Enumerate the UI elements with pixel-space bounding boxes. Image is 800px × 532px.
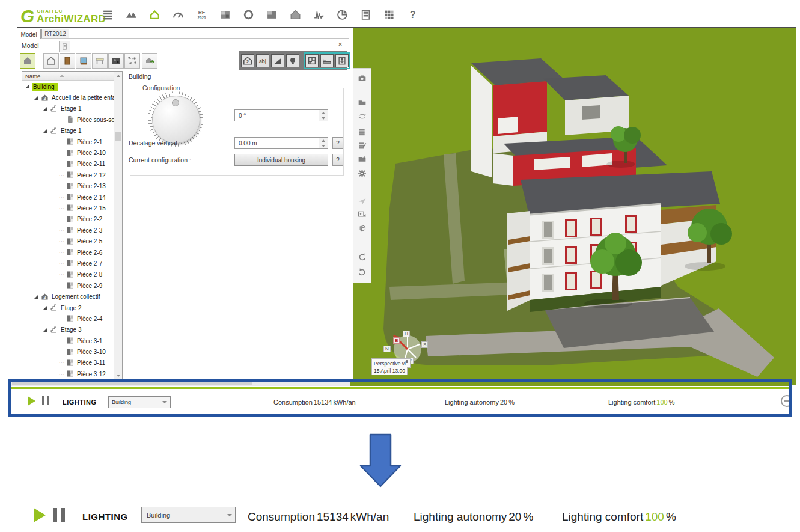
render-icon[interactable] <box>217 7 233 22</box>
tree-item[interactable]: ···Pièce 2-15 <box>22 203 114 213</box>
snapshot-icon[interactable] <box>357 209 367 219</box>
tree-item[interactable]: ···Pièce 2-3 <box>22 225 114 236</box>
bulb-icon[interactable] <box>286 54 299 67</box>
status-menu-icon[interactable] <box>781 395 792 407</box>
tab-model[interactable]: Model <box>17 29 41 39</box>
building-icon[interactable] <box>287 7 303 22</box>
rotate-ccw-icon[interactable] <box>357 252 367 262</box>
spin-up-icon[interactable] <box>319 138 328 143</box>
tree-item[interactable]: 2Accueil de la petite enfance <box>22 92 114 103</box>
ring-icon[interactable] <box>240 7 256 22</box>
tree-item[interactable]: ···Pièce 2-9 <box>22 280 114 291</box>
materials-icon[interactable] <box>264 7 279 22</box>
rotation-input[interactable]: 0 ° <box>234 109 328 121</box>
report-icon[interactable] <box>358 7 373 22</box>
tree-item[interactable]: 2Logement collectif <box>22 291 114 302</box>
menu-icon[interactable] <box>100 7 115 22</box>
home-icon[interactable] <box>147 7 162 22</box>
occupant-icon[interactable] <box>335 54 349 67</box>
tree-item[interactable]: ···Pièce 2-10 <box>22 147 114 158</box>
tree-item[interactable]: ···Pièce 2-4 <box>22 313 114 324</box>
close-icon[interactable]: × <box>335 40 345 49</box>
tree-item[interactable]: ···Pièce 2-8 <box>22 269 114 280</box>
house-zone-icon[interactable]: 2 <box>241 54 254 67</box>
texture-tool-icon[interactable] <box>108 53 124 69</box>
offset-help-button[interactable]: ? <box>332 137 343 149</box>
tree-item[interactable]: ···Pièce 3-11 <box>22 358 114 368</box>
tree-item[interactable]: ···Pièce 2-14 <box>22 192 114 203</box>
tree-item[interactable]: Etage 1 <box>22 103 114 114</box>
pause-button[interactable] <box>42 396 49 405</box>
tree-item[interactable]: ···Pièce 2-2 <box>22 214 114 225</box>
tree-item[interactable]: ···Pièce 2-11 <box>22 159 114 170</box>
box-icon[interactable] <box>357 223 367 233</box>
tree-item[interactable]: Etage 2 <box>22 302 114 313</box>
building-tool-icon[interactable] <box>20 53 35 69</box>
scroll-thumb[interactable] <box>115 132 121 141</box>
tree-item[interactable]: ···Pièce sous-sol <box>22 114 114 125</box>
scope-dropdown[interactable]: Building <box>108 396 171 408</box>
signal-pen-icon[interactable] <box>311 7 326 22</box>
rotate-cw-icon[interactable] <box>357 267 367 277</box>
tab-rt2012[interactable]: RT2012 <box>41 29 69 39</box>
expander-icon[interactable] <box>34 295 38 299</box>
folder-icon[interactable] <box>357 97 367 108</box>
tree-item[interactable]: ···Pièce 2-6 <box>22 247 114 258</box>
offset-input[interactable]: 0.00 m <box>234 137 328 149</box>
folder-new-icon[interactable] <box>357 154 367 164</box>
scroll-up-icon[interactable] <box>114 72 122 79</box>
play-button[interactable] <box>28 396 35 406</box>
re-2020-icon[interactable]: RE2020 <box>194 7 209 22</box>
horizontal-scrollbar[interactable] <box>11 382 350 386</box>
tree-scrollbar[interactable] <box>114 72 122 379</box>
expander-icon[interactable] <box>43 129 47 133</box>
pie-chart-icon[interactable] <box>334 7 350 22</box>
tree-item[interactable]: ···Pièce 2-7 <box>22 258 114 269</box>
tree-item[interactable]: Building <box>22 81 114 92</box>
scroll-down-icon[interactable] <box>114 371 122 379</box>
tree-item[interactable]: ···Pièce 3-10 <box>22 346 114 357</box>
tree-item[interactable]: ···Pièce 2-12 <box>22 170 114 180</box>
expander-icon[interactable] <box>25 85 29 88</box>
tree-item[interactable]: ···Pièce 2-5 <box>22 236 114 246</box>
scatter-tool-icon[interactable] <box>124 53 140 69</box>
hscroll-thumb[interactable] <box>12 382 252 385</box>
spin-down-icon[interactable] <box>319 143 328 148</box>
viewport-3d[interactable]: H E S N W Perspective vi8 15 April 13:00 <box>353 28 796 385</box>
camera-icon[interactable] <box>357 73 367 84</box>
door-tool-icon[interactable] <box>60 53 75 69</box>
annotate-icon[interactable]: ab| <box>256 54 269 67</box>
expander-icon[interactable] <box>43 328 47 332</box>
layers-edit-icon[interactable] <box>357 140 367 150</box>
expander-icon[interactable] <box>43 306 47 310</box>
tree-item[interactable]: ···Pièce 3-1 <box>22 335 114 346</box>
ramp-icon[interactable] <box>271 54 284 67</box>
layers-icon[interactable] <box>357 127 367 137</box>
sync-icon[interactable] <box>357 111 367 121</box>
settings-icon[interactable] <box>357 168 367 179</box>
terrain-icon[interactable] <box>123 7 139 22</box>
tree-header[interactable]: Name <box>22 72 114 81</box>
plane-icon[interactable] <box>357 196 367 206</box>
tree-item[interactable]: ···Pièce 2-1 <box>22 136 114 147</box>
expander-icon[interactable] <box>34 96 38 100</box>
window-tool-icon[interactable] <box>76 53 91 69</box>
expander-icon[interactable] <box>43 107 47 111</box>
tree-item[interactable]: ···Pièce 3-12 <box>22 368 114 379</box>
tree-item[interactable]: Etage 3 <box>22 325 114 335</box>
tree-item[interactable]: Etage 1 <box>22 126 114 136</box>
canopy-tool-icon[interactable] <box>92 53 108 69</box>
configuration-help-button[interactable]: ? <box>332 154 343 166</box>
bed-icon[interactable] <box>320 54 334 67</box>
current-configuration-button[interactable]: Individual housing <box>234 154 328 166</box>
floorplan-icon[interactable] <box>305 54 319 67</box>
spin-up-icon[interactable] <box>319 110 328 115</box>
panel-options-button[interactable] <box>59 41 70 52</box>
spin-down-icon[interactable] <box>319 115 328 121</box>
house-tool-icon[interactable] <box>43 53 59 69</box>
tree-item[interactable]: ···Pièce 2-13 <box>22 181 114 192</box>
export-house-tool-icon[interactable] <box>142 53 157 69</box>
gauge-icon[interactable] <box>170 7 186 22</box>
help-icon[interactable]: ? <box>405 7 420 22</box>
grid-icon[interactable] <box>381 7 397 22</box>
